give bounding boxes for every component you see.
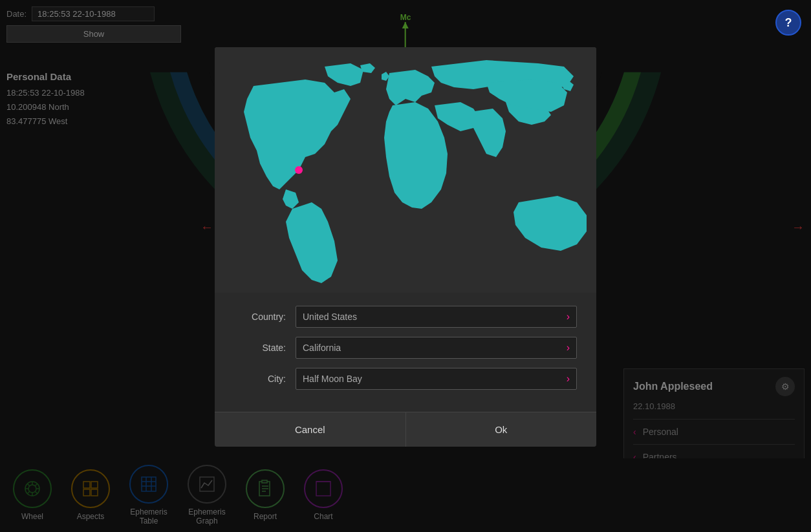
state-field[interactable]: California › — [296, 337, 577, 359]
city-value: Half Moon Bay — [303, 374, 561, 384]
country-field[interactable]: United States › — [296, 306, 577, 328]
state-row: State: California › — [234, 337, 577, 359]
city-field[interactable]: Half Moon Bay › — [296, 368, 577, 390]
city-arrow-icon[interactable]: › — [567, 373, 570, 385]
country-value: United States — [303, 312, 561, 322]
world-map-svg — [215, 47, 596, 293]
city-row: City: Half Moon Bay › — [234, 368, 577, 390]
help-button[interactable]: ? — [775, 10, 801, 36]
country-arrow-icon[interactable]: › — [567, 311, 570, 323]
cancel-button[interactable]: Cancel — [215, 412, 406, 447]
country-row: Country: United States › — [234, 306, 577, 328]
ok-button[interactable]: Ok — [406, 412, 597, 447]
city-label: City: — [234, 374, 286, 384]
location-form: Country: United States › State: Californ… — [215, 293, 596, 412]
modal-buttons: Cancel Ok — [215, 412, 596, 447]
country-label: Country: — [234, 312, 286, 322]
modal-overlay: Country: United States › State: Californ… — [0, 0, 811, 532]
world-map-container[interactable] — [215, 47, 596, 293]
location-modal: Country: United States › State: Californ… — [215, 47, 596, 447]
state-label: State: — [234, 343, 286, 353]
state-arrow-icon[interactable]: › — [567, 342, 570, 354]
location-dot — [295, 166, 303, 174]
help-icon: ? — [785, 16, 792, 30]
state-value: California — [303, 343, 561, 353]
